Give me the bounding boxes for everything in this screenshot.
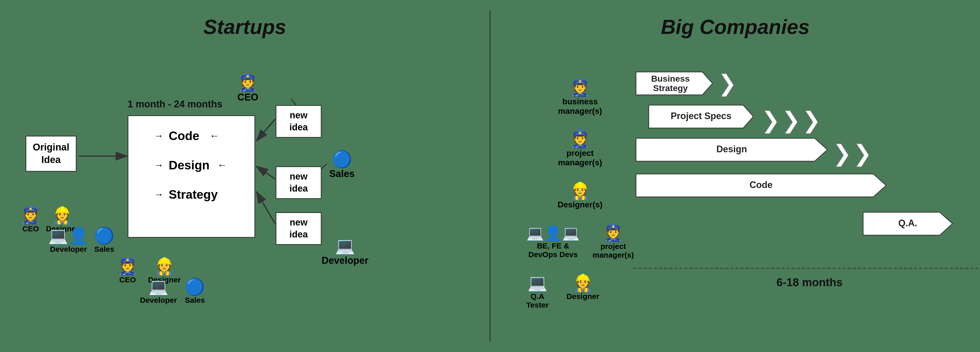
person-ceo-orig: 👮 CEO (21, 207, 41, 254)
process-strategy: Strategy (169, 187, 218, 201)
qa-tester-emoji: 💻 (527, 275, 548, 291)
big-companies-panel: Big Companies 👮 businessmanager(s) 👮 pro… (490, 0, 980, 352)
startups-content: Original Idea 👮 CEO 👷 Designer 💻👤 Develo… (21, 54, 469, 347)
svg-text:❯: ❯ (853, 141, 872, 167)
qa-shape: Q.A. (863, 212, 953, 235)
devs-figure: 💻👤💻 BE, FE &DevOps Devs (526, 225, 580, 259)
process-design: Design (169, 158, 210, 172)
proj-mgr-top-emoji: 👮 (570, 131, 590, 147)
svg-text:❯: ❯ (802, 107, 821, 134)
svg-line-8 (256, 119, 275, 141)
process-code: Code (169, 129, 199, 143)
designer-bottom-emoji: 👷 (573, 275, 593, 291)
biz-mgr-emoji: 👮 (570, 79, 590, 96)
ceo-top-emoji: 👮 (238, 75, 258, 91)
designer-main-emoji: 👷 (154, 258, 175, 274)
svg-text:Code: Code (749, 179, 773, 190)
sales-mid-figure: 🔵 Sales (329, 151, 355, 179)
proj-mgr-top-label: projectmanager(s) (558, 149, 602, 167)
new-idea-box-3: newidea (275, 212, 321, 245)
design-shape: Design (636, 138, 827, 161)
dev-group: 💻👤💻 BE, FE &DevOps Devs 👮 projectmanager… (526, 225, 634, 259)
svg-line-10 (256, 192, 275, 224)
big-companies-title: Big Companies (511, 15, 959, 39)
sales-main-emoji: 🔵 (185, 279, 205, 295)
people-main-group: 👮 CEO 👷 Designer 💻 Developer 🔵 Sales (118, 258, 205, 304)
developer-label: Developer (50, 245, 87, 254)
project-manager-mid-figure: 👮 projectmanager(s) (593, 225, 634, 259)
project-specs-shape: Project Specs (649, 105, 753, 128)
developer-emoji: 💻👤 (48, 228, 89, 244)
people-orig-group: 👮 CEO 👷 Designer 💻👤 Developer 🔵 Sales (21, 207, 115, 254)
people-hierarchy: 👮 businessmanager(s) 👮 projectmanager(s)… (526, 79, 634, 309)
ceo-label: CEO (22, 224, 39, 233)
person-sales-orig: 🔵 Sales (94, 228, 115, 254)
project-manager-top-figure: 👮 projectmanager(s) (526, 131, 634, 167)
ceo-top-label: CEO (237, 92, 258, 103)
original-idea-box: Original Idea (25, 136, 76, 172)
ceo-main-emoji: 👮 (118, 258, 138, 274)
proj-mgr-mid-label: projectmanager(s) (593, 242, 634, 259)
code-shape: Code (636, 174, 886, 197)
svg-text:Design: Design (716, 144, 747, 154)
big-companies-content: 👮 businessmanager(s) 👮 projectmanager(s)… (511, 54, 959, 347)
new-idea-box-1: newidea (275, 105, 321, 138)
ceo-main-label: CEO (119, 276, 136, 284)
sales-mid-emoji: 🔵 (332, 151, 352, 167)
developer-bottom-figure: 💻 Developer (321, 238, 369, 266)
designer-emoji: 👷 (52, 207, 73, 224)
svg-line-12 (321, 164, 327, 169)
designer-right-emoji: 👷 (570, 182, 590, 199)
sales-emoji: 🔵 (94, 228, 115, 244)
new-idea-1-text: newidea (290, 110, 308, 132)
person-sales-main: 🔵 Sales (185, 279, 205, 304)
startups-title: Startups (21, 15, 469, 39)
ceo-emoji: 👮 (21, 207, 41, 224)
person-developer-orig: 💻👤 Developer (48, 228, 89, 254)
sales-mid-label: Sales (329, 168, 355, 179)
sales-main-label: Sales (185, 296, 205, 304)
business-strategy-shape: Business Strategy (636, 72, 713, 95)
new-idea-3-text: newidea (290, 217, 308, 239)
svg-text:Q.A.: Q.A. (898, 218, 917, 228)
person-developer-main: 💻 Developer (140, 279, 177, 304)
biz-mgr-label: businessmanager(s) (558, 97, 602, 116)
designer-figure: 👷 Designer(s) (526, 182, 634, 209)
qa-designer-group: 💻 Q.ATester 👷 Designer (526, 275, 634, 309)
process-flow-svg: Business Strategy ❯ Project Specs ❯ ❯ ❯ … (633, 70, 980, 319)
ceo-top-figure: 👮 CEO (237, 75, 258, 103)
svg-text:❯: ❯ (718, 70, 737, 97)
developer-main-label: Developer (140, 296, 177, 304)
devs-emoji: 💻👤💻 (526, 225, 580, 241)
svg-text:❯: ❯ (781, 107, 800, 134)
designer-bottom-figure: 👷 Designer (566, 275, 599, 301)
svg-text:❯: ❯ (761, 107, 780, 134)
designer-bottom-label: Designer (566, 292, 599, 301)
original-idea-text: Original Idea (33, 142, 69, 165)
sales-label: Sales (94, 245, 114, 254)
svg-text:Project Specs: Project Specs (671, 111, 732, 121)
time-label: 1 month - 24 months (127, 99, 223, 110)
new-idea-box-2: newidea (275, 166, 321, 199)
startups-panel: Startups (0, 0, 490, 352)
developer-bottom-emoji: 💻 (335, 238, 355, 254)
svg-text:❯: ❯ (832, 141, 852, 167)
svg-text:6-18 months: 6-18 months (776, 276, 842, 289)
person-ceo-main: 👮 CEO (118, 258, 138, 304)
developer-main-emoji: 💻 (148, 279, 169, 295)
svg-text:Strategy: Strategy (653, 83, 688, 93)
svg-text:Business: Business (651, 74, 690, 83)
qa-tester-label: Q.ATester (526, 292, 549, 309)
main-process-box: → Code ← → Design ← → Strategy (127, 115, 255, 238)
svg-line-11 (291, 99, 296, 105)
qa-tester-figure: 💻 Q.ATester (526, 275, 549, 309)
developer-bottom-label: Developer (321, 255, 369, 266)
new-idea-2-text: newidea (290, 171, 308, 193)
proj-mgr-mid-emoji: 👮 (603, 225, 624, 241)
business-manager-figure: 👮 businessmanager(s) (526, 79, 634, 116)
designer-right-label: Designer(s) (558, 200, 603, 209)
svg-line-9 (256, 166, 275, 179)
devs-label: BE, FE &DevOps Devs (528, 241, 578, 259)
